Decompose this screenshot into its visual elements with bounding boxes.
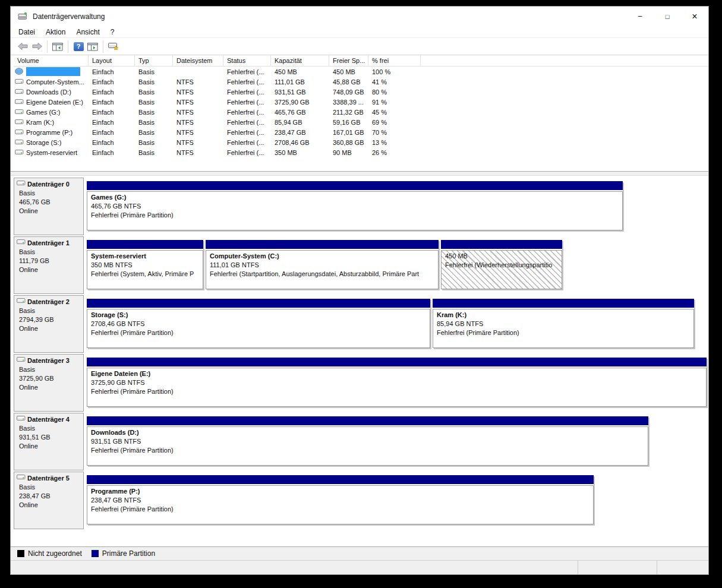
cell-typ: Basis bbox=[135, 109, 173, 116]
partition-label: Computer-System (C:) bbox=[210, 252, 438, 261]
toolbar-separator bbox=[103, 40, 103, 53]
volume-row[interactable]: Kram (K:)EinfachBasisNTFSFehlerfrei (...… bbox=[14, 117, 708, 127]
partition-size: 350 MB NTFS bbox=[91, 261, 203, 270]
partition-body: Downloads (D:)931,51 GB NTFSFehlerfrei (… bbox=[87, 426, 648, 466]
column-header-frei[interactable]: % frei bbox=[368, 55, 421, 66]
partition-status: Fehlerfrei (Primäre Partition) bbox=[437, 328, 693, 337]
help-icon[interactable]: ? bbox=[71, 39, 86, 53]
cell-status: Fehlerfrei (... bbox=[223, 109, 271, 116]
app-icon[interactable] bbox=[18, 12, 28, 21]
disk-info-5[interactable]: Datenträger 5Basis238,47 GBOnline bbox=[14, 472, 84, 529]
partition-body: Programme (P:)238,47 GB NTFSFehlerfrei (… bbox=[87, 485, 594, 524]
cell-layout: Einfach bbox=[89, 109, 135, 116]
disk-info-3[interactable]: Datenträger 3Basis3725,90 GBOnline bbox=[14, 354, 84, 412]
disk-icon bbox=[17, 473, 26, 483]
volume-row[interactable]: Eigene Dateien (E:)EinfachBasisNTFSFehle… bbox=[14, 97, 708, 107]
partition-body: Games (G:)465,76 GB NTFSFehlerfrei (Prim… bbox=[87, 191, 623, 230]
partition-eigene-dateien-e[interactable]: Eigene Dateien (E:)3725,90 GB NTFSFehler… bbox=[87, 358, 707, 407]
volume-row[interactable]: System-reserviertEinfachBasisNTFSFehlerf… bbox=[14, 147, 708, 157]
partition-downloads-d[interactable]: Downloads (D:)931,51 GB NTFSFehlerfrei (… bbox=[87, 416, 648, 466]
cell-status: Fehlerfrei (... bbox=[223, 119, 271, 126]
disk-header: Datenträger 1 bbox=[17, 238, 83, 248]
volume-cell: Programme (P:) bbox=[14, 128, 89, 137]
cell-kapazitaet: 2708,46 GB bbox=[271, 139, 329, 146]
partition-body: 450 MBFehlerfrei (Wiederherstellungspart… bbox=[441, 250, 562, 289]
partition-body: System-reserviert350 MB NTFSFehlerfrei (… bbox=[87, 250, 203, 289]
selected-volume-icon bbox=[15, 68, 24, 76]
volume-row[interactable]: EinfachBasisFehlerfrei (...450 MB450 MB1… bbox=[14, 67, 708, 77]
partition-games-g[interactable]: Games (G:)465,76 GB NTFSFehlerfrei (Prim… bbox=[87, 181, 623, 230]
close-button[interactable]: × bbox=[681, 7, 708, 26]
disk-type: Basis bbox=[17, 306, 83, 315]
partition-status: Fehlerfrei (Wiederherstellungspartitio bbox=[445, 261, 562, 270]
column-header-status[interactable]: Status bbox=[223, 55, 271, 66]
cell-layout: Einfach bbox=[89, 99, 135, 106]
volume-name: Storage (S:) bbox=[26, 139, 61, 146]
column-header-dateisystem[interactable]: Dateisystem bbox=[173, 55, 223, 66]
cell-frei: 70 % bbox=[368, 129, 421, 136]
cell-kapazitaet: 450 MB bbox=[271, 68, 329, 75]
pane-splitter[interactable] bbox=[11, 171, 708, 176]
volume-row[interactable]: Storage (S:)EinfachBasisNTFSFehlerfrei (… bbox=[14, 137, 708, 147]
status-bar bbox=[11, 560, 708, 574]
titlebar: Datenträgerverwaltung −□× bbox=[11, 7, 708, 26]
disk-info-4[interactable]: Datenträger 4Basis931,51 GBOnline bbox=[14, 413, 84, 470]
disk-graph-pane: Datenträger 0Basis465,76 GBOnlineGames (… bbox=[11, 176, 708, 546]
partition-computer-system-c[interactable]: Computer-System (C:)111,01 GB NTFSFehler… bbox=[206, 240, 439, 289]
column-header-kapazit-t[interactable]: Kapazität bbox=[271, 55, 329, 66]
volume-icon bbox=[15, 78, 24, 86]
partition-label: Storage (S:) bbox=[91, 311, 430, 320]
back-icon[interactable] bbox=[15, 39, 30, 53]
disk-icon bbox=[17, 415, 26, 424]
forward-icon[interactable] bbox=[30, 39, 44, 53]
cell-layout: Einfach bbox=[89, 119, 135, 126]
menu-aktion[interactable]: Aktion bbox=[40, 26, 71, 37]
cell-dateisystem: NTFS bbox=[173, 78, 223, 86]
disk-row-1: Datenträger 1Basis111,79 GBOnlineSystem-… bbox=[14, 236, 708, 294]
volume-icon bbox=[15, 138, 24, 147]
volume-row[interactable]: Programme (P:)EinfachBasisNTFSFehlerfrei… bbox=[14, 127, 708, 137]
maximize-button[interactable]: □ bbox=[654, 7, 681, 26]
disk-partitions: Storage (S:)2708,46 GB NTFSFehlerfrei (P… bbox=[87, 295, 694, 353]
partition-storage-s[interactable]: Storage (S:)2708,46 GB NTFSFehlerfrei (P… bbox=[87, 299, 430, 348]
partition-status: Fehlerfrei (System, Aktiv, Primäre P bbox=[91, 270, 203, 279]
disk-size: 931,51 GB bbox=[17, 433, 83, 442]
show-console-icon[interactable] bbox=[86, 39, 100, 53]
volume-row[interactable]: Games (G:)EinfachBasisNTFSFehlerfrei (..… bbox=[14, 107, 708, 117]
cell-kapazitaet: 465,76 GB bbox=[271, 109, 329, 116]
menu-help[interactable]: ? bbox=[105, 26, 120, 37]
disk-info-1[interactable]: Datenträger 1Basis111,79 GBOnline bbox=[14, 236, 84, 294]
partition-recovery[interactable]: 450 MBFehlerfrei (Wiederherstellungspart… bbox=[441, 240, 562, 289]
status-bar-section bbox=[657, 561, 708, 574]
partition-programme-p[interactable]: Programme (P:)238,47 GB NTFSFehlerfrei (… bbox=[87, 475, 594, 524]
menu-ansicht[interactable]: Ansicht bbox=[71, 26, 105, 37]
volume-cell: Games (G:) bbox=[14, 108, 89, 116]
volume-row[interactable]: Downloads (D:)EinfachBasisNTFSFehlerfrei… bbox=[14, 87, 708, 97]
column-header-typ[interactable]: Typ bbox=[135, 55, 173, 66]
console-tree-icon[interactable] bbox=[51, 39, 65, 53]
legend-bar: Nicht zugeordnetPrimäre Partition bbox=[11, 546, 708, 560]
disk-info-2[interactable]: Datenträger 2Basis2794,39 GBOnline bbox=[14, 295, 84, 353]
cell-frei: 26 % bbox=[368, 149, 421, 156]
disk-state: Online bbox=[17, 207, 83, 216]
partition-color-band bbox=[87, 416, 648, 425]
cell-kapazitaet: 238,47 GB bbox=[271, 129, 329, 136]
column-header-freier-sp[interactable]: Freier Sp... bbox=[329, 55, 368, 66]
disk-type: Basis bbox=[17, 483, 83, 492]
column-header-layout[interactable]: Layout bbox=[89, 55, 135, 66]
disk-state: Online bbox=[17, 442, 83, 451]
disk-properties-icon[interactable] bbox=[106, 39, 121, 53]
disk-partitions: Programme (P:)238,47 GB NTFSFehlerfrei (… bbox=[87, 472, 594, 529]
cell-dateisystem: NTFS bbox=[173, 88, 223, 96]
minimize-button[interactable]: − bbox=[626, 7, 654, 26]
disk-info-0[interactable]: Datenträger 0Basis465,76 GBOnline bbox=[14, 178, 84, 235]
volume-row[interactable]: Computer-System...EinfachBasisNTFSFehler… bbox=[14, 77, 708, 87]
cell-dateisystem: NTFS bbox=[173, 99, 223, 106]
partition-system-reserviert[interactable]: System-reserviert350 MB NTFSFehlerfrei (… bbox=[87, 240, 203, 289]
menu-datei[interactable]: Datei bbox=[13, 26, 40, 37]
disk-icon bbox=[17, 356, 26, 365]
column-header-volume[interactable]: Volume bbox=[14, 55, 89, 66]
partition-kram-k[interactable]: Kram (K:)85,94 GB NTFSFehlerfrei (Primär… bbox=[433, 299, 694, 348]
cell-status: Fehlerfrei (... bbox=[223, 99, 271, 106]
partition-label: System-reserviert bbox=[91, 252, 203, 261]
